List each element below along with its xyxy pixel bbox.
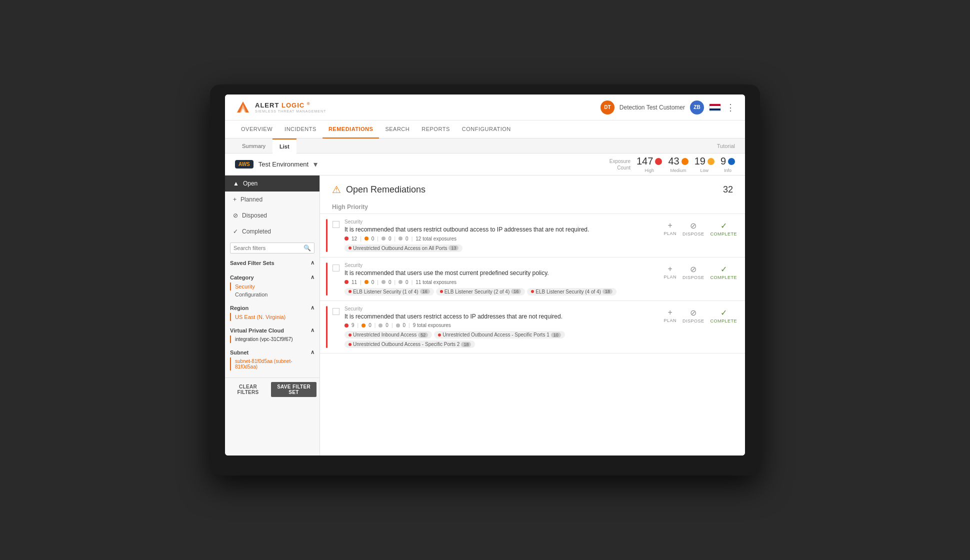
vpc-option[interactable]: integration (vpc-31Cf9f67) — [230, 336, 314, 343]
sidebar-label-open: Open — [243, 180, 258, 187]
sidebar-item-disposed[interactable]: ⊘ Disposed — [225, 208, 320, 224]
rem-tag[interactable]: ELB Listener Security (4 of 4) 18 — [527, 288, 616, 296]
stat-red-val: 12 — [352, 236, 357, 242]
sidebar-icon-planned: + — [233, 196, 236, 203]
count-value: 19 — [694, 156, 706, 167]
rem-checkbox[interactable] — [332, 264, 340, 272]
tutorial-link[interactable]: Tutorial — [717, 143, 735, 149]
stat-gray2-val: 0 — [406, 236, 408, 242]
warning-icon: ⚠ — [332, 184, 341, 196]
user-avatar-zb[interactable]: ZB — [690, 100, 704, 114]
rem-tag[interactable]: Unrestricted Outbound Access - Specific … — [344, 340, 475, 348]
rem-actions: + PLAN ⊘ DISPOSE ✓ COMPLETE — [664, 219, 737, 236]
stat-dot-gray2 — [398, 280, 402, 284]
sidebar-label-planned: Planned — [240, 196, 262, 203]
complete-icon: ✓ — [720, 308, 727, 318]
subnav-item-summary[interactable]: Summary — [235, 138, 272, 154]
subnet-header[interactable]: Subnet ∧ — [230, 347, 314, 358]
rem-tag[interactable]: Unrestricted Inbound Access 52 — [344, 331, 432, 338]
env-dropdown-arrow[interactable]: ▾ — [314, 160, 318, 169]
dispose-button[interactable]: ⊘ DISPOSE — [682, 308, 704, 324]
plan-button[interactable]: + PLAN — [664, 308, 676, 323]
nav-item-overview[interactable]: OVERVIEW — [235, 120, 278, 138]
laptop-frame: ALERT LOGIC ® SIEMLESS THREAT MANAGEMENT… — [210, 84, 760, 476]
sidebar-item-planned[interactable]: + Planned — [225, 192, 320, 208]
count-value: 9 — [720, 156, 726, 167]
vpc-toggle[interactable]: ∧ — [310, 327, 314, 334]
tag-label: ELB Listener Security (1 of 4) — [353, 289, 418, 294]
kebab-menu[interactable]: ⋮ — [726, 102, 735, 113]
search-input[interactable] — [234, 245, 304, 251]
rem-tag[interactable]: ELB Listener Security (1 of 4) 16 — [344, 288, 434, 296]
rem-tag[interactable]: ELB Listener Security (2 of 4) 16 — [436, 288, 526, 296]
nav-items: OVERVIEWINCIDENTSREMEDIATIONSSEARCHREPOR… — [235, 120, 517, 138]
rem-checkbox[interactable] — [332, 221, 340, 228]
dispose-button[interactable]: ⊘ DISPOSE — [682, 264, 704, 280]
sidebar-item-completed[interactable]: ✓ Completed — [225, 224, 320, 240]
user-name: Detection Test Customer — [620, 104, 685, 111]
complete-button[interactable]: ✓ COMPLETE — [710, 264, 737, 280]
tag-label: Unrestricted Outbound Access on All Port… — [353, 246, 447, 251]
stat-gray2-val: 0 — [406, 280, 408, 285]
subnet-option[interactable]: subnet-81f0d5aa (subnet-81f0d5aa) — [230, 358, 314, 370]
tag-label: ELB Listener Security (2 of 4) — [444, 289, 510, 294]
complete-button[interactable]: ✓ COMPLETE — [710, 308, 737, 324]
tag-label: ELB Listener Security (4 of 4) — [536, 289, 601, 294]
stat-sep3: | — [392, 322, 393, 328]
rem-tag[interactable]: Unrestricted Outbound Access - Specific … — [434, 331, 564, 338]
plan-button[interactable]: + PLAN — [664, 221, 676, 236]
region-label: Region — [230, 305, 248, 311]
nav-item-remediations[interactable]: REMEDIATIONS — [322, 120, 380, 138]
sidebar-item-open[interactable]: ▲ Open — [225, 176, 320, 192]
region-toggle[interactable]: ∧ — [310, 304, 314, 311]
complete-label: COMPLETE — [710, 275, 737, 280]
exposure-counts: 147 High 43 Medium 19 Low 9 Info — [636, 156, 735, 173]
exposure-count-medium: 43 Medium — [668, 156, 688, 173]
stat-sep2: | — [374, 322, 376, 328]
category-toggle[interactable]: ∧ — [310, 274, 314, 280]
count-level-high: High — [644, 168, 654, 173]
rem-checkbox[interactable] — [332, 308, 340, 315]
saved-filter-sets-toggle[interactable]: ∧ — [310, 260, 314, 266]
region-option[interactable]: US East (N. Virginia) — [230, 313, 314, 321]
nav-item-reports[interactable]: REPORTS — [416, 120, 456, 138]
tag-dot — [348, 343, 352, 346]
category-option-security[interactable]: Security — [230, 282, 314, 290]
complete-label: COMPLETE — [710, 318, 737, 324]
region-header[interactable]: Region ∧ — [230, 302, 314, 313]
sidebar-icon-open: ▲ — [233, 180, 239, 187]
subnav-item-list[interactable]: List — [272, 138, 296, 154]
sub-nav: SummaryList Tutorial — [225, 138, 745, 154]
category-header[interactable]: Category ∧ — [230, 272, 314, 282]
app-screen: ALERT LOGIC ® SIEMLESS THREAT MANAGEMENT… — [225, 94, 745, 456]
content-area: ⚠ Open Remediations 32 High Priority Sec… — [320, 176, 745, 456]
rem-tag[interactable]: Unrestricted Outbound Access on All Port… — [344, 244, 462, 252]
plan-button[interactable]: + PLAN — [664, 264, 676, 280]
aws-badge: AWS — [235, 160, 254, 168]
save-filter-set-button[interactable]: SAVE FILTER SET — [271, 382, 316, 397]
vpc-header[interactable]: Virtual Private Cloud ∧ — [230, 325, 314, 336]
stat-dot-gray1 — [378, 324, 382, 328]
alertlogic-logo-icon — [235, 100, 251, 116]
logo-sub: SIEMLESS THREAT MANAGEMENT — [255, 110, 326, 113]
complete-button[interactable]: ✓ COMPLETE — [710, 221, 737, 236]
subnet-toggle[interactable]: ∧ — [310, 349, 314, 356]
nav-item-configuration[interactable]: CONFIGURATION — [456, 120, 517, 138]
env-right: ExposureCount 147 High 43 Medium 19 Low … — [610, 156, 735, 173]
rem-stats: 9 | 0 | 0 | 0 | 9 total exposures — [344, 322, 658, 328]
stat-dot-gray2 — [396, 324, 400, 328]
clear-filters-button[interactable]: CLEAR FILTERS — [228, 382, 268, 397]
rem-category: Security — [344, 306, 658, 312]
saved-filter-sets-header[interactable]: Saved Filter Sets ∧ — [230, 258, 314, 268]
nav-item-search[interactable]: SEARCH — [379, 120, 416, 138]
nav-item-incidents[interactable]: INCIDENTS — [278, 120, 322, 138]
user-avatar-dt[interactable]: DT — [600, 100, 614, 114]
count-level-medium: Medium — [670, 168, 686, 173]
stat-orange-val: 0 — [372, 280, 374, 285]
stat-sep2: | — [377, 236, 378, 242]
rem-item: Security It is recommended that users re… — [320, 214, 745, 257]
category-option-configuration[interactable]: Configuration — [230, 290, 314, 298]
subnet-label: Subnet — [230, 350, 248, 356]
dispose-button[interactable]: ⊘ DISPOSE — [682, 221, 704, 236]
tag-count: 16 — [511, 289, 521, 294]
